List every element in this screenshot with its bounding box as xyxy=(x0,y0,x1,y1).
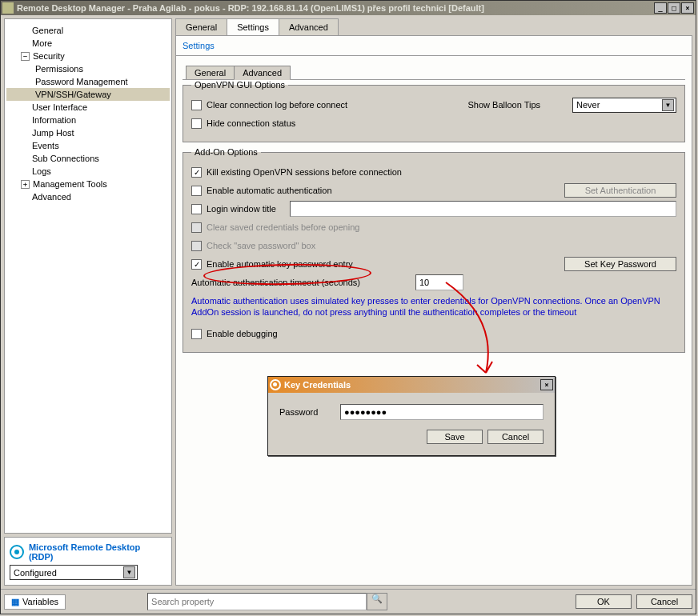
app-icon xyxy=(2,2,14,14)
login-title-input[interactable] xyxy=(290,201,676,217)
tree-item-user-interface[interactable]: User Interface xyxy=(6,101,170,114)
tab-advanced[interactable]: Advanced xyxy=(279,18,339,35)
key-icon xyxy=(270,379,281,390)
password-input[interactable] xyxy=(340,404,544,420)
clear-saved-checkbox xyxy=(191,222,202,233)
hide-status-label: Hide connection status xyxy=(207,118,295,128)
tab-general[interactable]: General xyxy=(175,18,227,35)
set-auth-button[interactable]: Set Authentication xyxy=(564,183,676,198)
search-property-input[interactable] xyxy=(147,593,367,610)
inner-tab-advanced[interactable]: Advanced xyxy=(234,66,291,80)
tree-item-general[interactable]: General xyxy=(6,24,170,37)
chevron-down-icon: ▼ xyxy=(123,566,135,578)
enable-auth-label: Enable automatic authentication xyxy=(207,186,332,195)
rdp-icon xyxy=(10,545,24,559)
grid-icon: ▦ xyxy=(11,597,19,607)
tree-item-jump-host[interactable]: Jump Host xyxy=(6,126,170,139)
login-title-label: Login window title xyxy=(207,204,287,214)
kill-existing-label: Kill existing OpenVPN sessions before co… xyxy=(207,167,402,177)
dialog-cancel-button[interactable]: Cancel xyxy=(487,430,544,444)
set-key-password-button[interactable]: Set Key Password xyxy=(564,257,676,271)
enable-auth-checkbox[interactable] xyxy=(191,186,202,196)
binoculars-icon: 🔍 xyxy=(371,594,383,603)
openvpn-gui-group: OpenVPN GUI Options Clear connection log… xyxy=(183,80,685,142)
tree-item-advanced[interactable]: Advanced xyxy=(6,190,170,203)
variables-button[interactable]: ▦ Variables xyxy=(4,594,66,610)
kill-existing-checkbox[interactable]: ✓ xyxy=(191,167,202,178)
tab-settings[interactable]: Settings xyxy=(227,18,279,35)
tree-item-permissions[interactable]: Permissions xyxy=(6,62,170,75)
auth-info-text: Automatic authentication uses simulated … xyxy=(191,295,676,318)
close-button[interactable]: × xyxy=(681,2,694,14)
login-title-checkbox[interactable] xyxy=(191,204,202,214)
bottom-bar: ▦ Variables 🔍 OK Cancel xyxy=(1,589,696,614)
dialog-close-button[interactable]: × xyxy=(540,379,553,390)
dialog-title: Key Credentials xyxy=(284,380,351,390)
check-save-label: Check "save password" box xyxy=(207,241,315,250)
tree-item-security[interactable]: −Security xyxy=(6,50,170,62)
window-title: Remote Desktop Manager - Praha Agilab - … xyxy=(17,3,653,13)
connection-type-box: Microsoft Remote Desktop (RDP) Configure… xyxy=(4,537,172,586)
tree-item-password-management[interactable]: Password Management xyxy=(6,75,170,88)
clear-log-label: Clear connection log before connect xyxy=(207,100,347,110)
tree-item-more[interactable]: More xyxy=(6,37,170,50)
expand-icon[interactable]: + xyxy=(21,180,30,189)
rdp-config-select[interactable]: Configured ▼ xyxy=(10,565,138,580)
dialog-save-button[interactable]: Save xyxy=(427,430,483,444)
ok-button[interactable]: OK xyxy=(576,594,632,609)
rdp-title: Microsoft Remote Desktop (RDP) xyxy=(29,542,166,562)
expand-icon[interactable]: − xyxy=(21,52,30,61)
timeout-label: Automatic authentication timeout (second… xyxy=(191,278,415,287)
enable-debug-label: Enable debugging xyxy=(207,329,278,338)
inner-tabs: GeneralAdvanced xyxy=(183,66,685,80)
clear-saved-label: Clear saved credentials before opening xyxy=(207,222,359,232)
tree-item-information[interactable]: Information xyxy=(6,114,170,126)
timeout-input[interactable] xyxy=(415,274,463,290)
enable-debug-checkbox[interactable] xyxy=(191,329,202,339)
search-button[interactable]: 🔍 xyxy=(367,593,387,610)
inner-tab-general[interactable]: General xyxy=(186,66,235,79)
balloon-tips-label: Show Balloon Tips xyxy=(468,100,541,110)
tree-item-vpn-ssh-gateway[interactable]: VPN/SSH/Gateway xyxy=(6,88,170,101)
clear-log-checkbox[interactable] xyxy=(191,100,202,110)
key-credentials-dialog: Key Credentials × Password Save Cancel xyxy=(267,376,556,456)
chevron-down-icon: ▼ xyxy=(662,99,674,111)
minimize-button[interactable]: _ xyxy=(654,2,667,14)
tree-item-logs[interactable]: Logs xyxy=(6,165,170,178)
titlebar: Remote Desktop Manager - Praha Agilab - … xyxy=(1,1,696,15)
hide-status-checkbox[interactable] xyxy=(191,118,202,129)
balloon-tips-select[interactable]: Never ▼ xyxy=(572,98,676,113)
cancel-button[interactable]: Cancel xyxy=(636,594,692,609)
maximize-button[interactable]: □ xyxy=(668,2,680,14)
outer-tabs: GeneralSettingsAdvanced xyxy=(175,18,692,36)
settings-section-label: Settings xyxy=(175,36,692,56)
check-save-checkbox xyxy=(191,241,202,251)
tree-item-sub-connections[interactable]: Sub Connections xyxy=(6,152,170,165)
nav-tree: GeneralMore−SecurityPermissionsPassword … xyxy=(4,18,172,534)
password-label: Password xyxy=(279,407,324,417)
tree-item-management-tools[interactable]: +Management Tools xyxy=(6,178,170,190)
addon-options-group: Add-On Options ✓ Kill existing OpenVPN s… xyxy=(183,147,685,353)
enable-key-label: Enable automatic key password entry xyxy=(207,259,353,269)
enable-key-checkbox[interactable]: ✓ xyxy=(191,259,202,270)
tree-item-events[interactable]: Events xyxy=(6,139,170,152)
